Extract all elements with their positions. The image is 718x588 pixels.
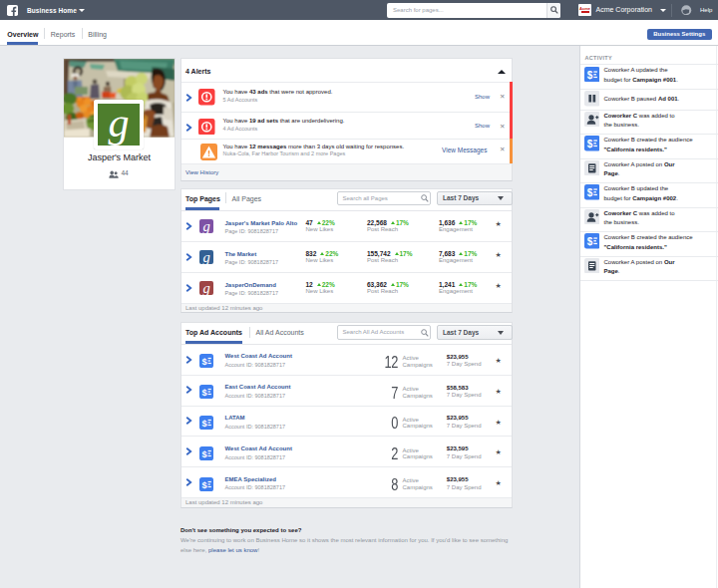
svg-text:$: $ bbox=[201, 448, 206, 458]
svg-text:$: $ bbox=[586, 69, 592, 80]
svg-text:$: $ bbox=[201, 479, 206, 489]
svg-text:$: $ bbox=[586, 139, 592, 149]
svg-text:$: $ bbox=[201, 357, 206, 367]
svg-text:$: $ bbox=[586, 236, 592, 247]
svg-text:$: $ bbox=[201, 419, 206, 429]
svg-text:$: $ bbox=[201, 388, 206, 398]
svg-text:$: $ bbox=[586, 187, 592, 198]
